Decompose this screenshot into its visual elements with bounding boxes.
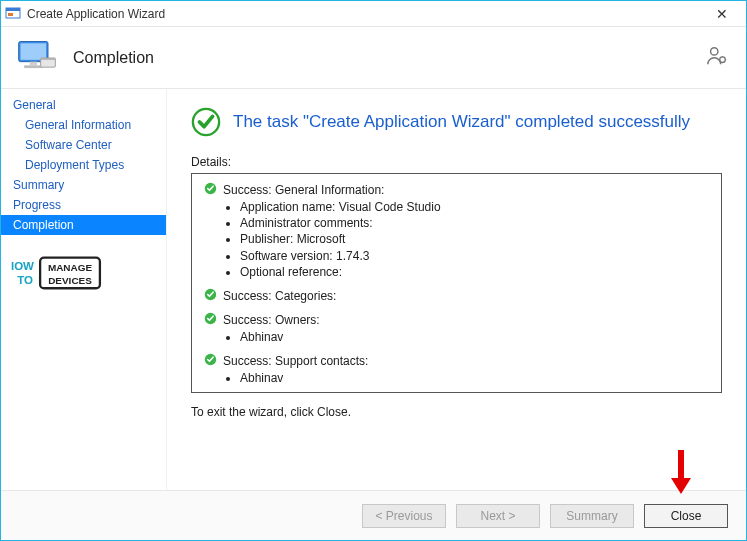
detail-group: Success: General Information:Application… (204, 182, 709, 280)
user-gear-icon (706, 45, 728, 67)
banner: Completion (1, 27, 746, 89)
detail-heading: Success: General Information: (204, 182, 709, 198)
detail-sublist-item: Optional reference: (240, 264, 709, 280)
detail-sublist-item: Software version: 1.74.3 (240, 248, 709, 264)
headline: The task "Create Application Wizard" com… (191, 107, 722, 137)
details-box[interactable]: Success: General Information:Application… (191, 173, 722, 393)
detail-group: Success: Support contacts:Abhinav (204, 353, 709, 386)
headline-text: The task "Create Application Wizard" com… (233, 112, 690, 132)
summary-button: Summary (550, 504, 634, 528)
footer: < Previous Next > Summary Close (1, 490, 746, 540)
detail-sublist-item: Publisher: Microsoft (240, 231, 709, 247)
svg-rect-6 (24, 65, 42, 68)
sidebar: GeneralGeneral InformationSoftware Cente… (1, 89, 167, 490)
svg-text:TO: TO (17, 274, 33, 286)
detail-heading-text: Success: Categories: (223, 289, 336, 303)
nav-item-completion[interactable]: Completion (1, 215, 166, 235)
success-check-small-icon (204, 312, 217, 328)
detail-group: Success: Owners:Abhinav (204, 312, 709, 345)
detail-heading: Success: Support contacts: (204, 353, 709, 369)
svg-rect-4 (21, 43, 47, 60)
detail-sublist-item: Administrator comments: (240, 215, 709, 231)
nav-item-progress[interactable]: Progress (1, 195, 166, 215)
detail-sublist-item: Abhinav (240, 329, 709, 345)
previous-button: < Previous (362, 504, 446, 528)
nav-item-software-center[interactable]: Software Center (1, 135, 166, 155)
detail-heading: Success: Owners: (204, 312, 709, 328)
banner-title: Completion (73, 49, 154, 67)
body: GeneralGeneral InformationSoftware Cente… (1, 89, 746, 490)
detail-heading-text: Success: Owners: (223, 313, 320, 327)
svg-rect-2 (8, 13, 13, 16)
detail-group: Success: Categories: (204, 288, 709, 304)
exit-instruction: To exit the wizard, click Close. (191, 405, 722, 419)
details-label: Details: (191, 155, 722, 169)
detail-heading-text: Success: General Information: (223, 183, 384, 197)
svg-text:DEVICES: DEVICES (48, 275, 92, 286)
success-check-small-icon (204, 353, 217, 369)
nav-item-general-information[interactable]: General Information (1, 115, 166, 135)
success-check-small-icon (204, 182, 217, 198)
detail-sublist-item: Abhinav (240, 370, 709, 386)
app-icon (5, 6, 21, 22)
nav-item-general[interactable]: General (1, 95, 166, 115)
close-button[interactable]: Close (644, 504, 728, 528)
svg-text:IOW: IOW (11, 260, 34, 272)
detail-sublist: Abhinav (240, 329, 709, 345)
window-title: Create Application Wizard (27, 7, 702, 21)
svg-rect-8 (41, 58, 56, 60)
next-button: Next > (456, 504, 540, 528)
detail-heading: Success: Categories: (204, 288, 709, 304)
window-close-button[interactable]: ✕ (702, 6, 742, 22)
svg-rect-1 (6, 8, 20, 11)
success-check-small-icon (204, 288, 217, 304)
svg-point-9 (711, 48, 718, 55)
nav-item-deployment-types[interactable]: Deployment Types (1, 155, 166, 175)
success-check-icon (191, 107, 221, 137)
watermark-logo: IOW TO MANAGE DEVICES (11, 253, 103, 296)
monitor-icon (15, 36, 59, 80)
main-pane: The task "Create Application Wizard" com… (167, 89, 746, 490)
svg-text:MANAGE: MANAGE (48, 262, 93, 273)
titlebar: Create Application Wizard ✕ (1, 1, 746, 27)
nav-item-summary[interactable]: Summary (1, 175, 166, 195)
detail-heading-text: Success: Support contacts: (223, 354, 368, 368)
detail-sublist: Application name: Visual Code StudioAdmi… (240, 199, 709, 280)
detail-sublist-item: Application name: Visual Code Studio (240, 199, 709, 215)
svg-rect-5 (30, 61, 37, 65)
detail-sublist: Abhinav (240, 370, 709, 386)
wizard-window: Create Application Wizard ✕ Completion G… (0, 0, 747, 541)
